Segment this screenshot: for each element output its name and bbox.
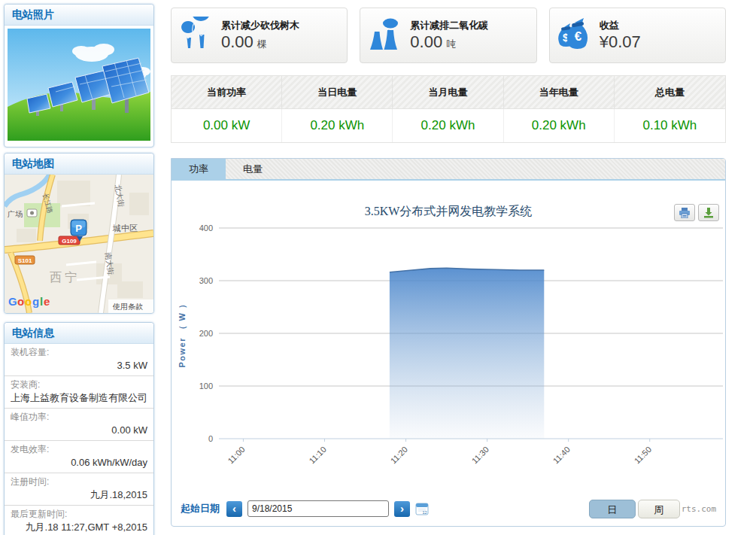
info-value: 九月.18 11:27,GMT +8,2015 — [11, 520, 147, 534]
svg-text:o: o — [25, 295, 32, 308]
download-icon — [703, 208, 714, 218]
svg-text:e: e — [44, 295, 50, 308]
stats-value-yearly-energy: 0.20 kWh — [504, 109, 615, 142]
svg-text:0: 0 — [208, 434, 213, 443]
info-label: 峰值功率: — [11, 411, 147, 423]
tab-energy[interactable]: 电量 — [226, 159, 280, 179]
info-row-installer: 安装商: 上海上益教育设备制造有限公司 — [5, 376, 153, 409]
station-map[interactable]: G109 S101 长江路 北大街 南大街 城中区 广场 西宁 P — [5, 175, 153, 313]
info-label: 注册时间: — [11, 476, 147, 488]
card-label: 累计减排二氧化碳 — [410, 19, 488, 32]
svg-text:l: l — [40, 295, 43, 308]
svg-text:11:50: 11:50 — [633, 445, 653, 465]
next-day-button[interactable]: › — [394, 501, 410, 517]
chart-tab-strip: 功率 电量 — [172, 159, 725, 181]
card-value: ¥0.07 — [600, 32, 641, 52]
info-label: 最后更新时间: — [11, 508, 147, 520]
map-label-city: 西宁 — [50, 271, 80, 284]
stats-header-total-energy: 总电量 — [615, 76, 725, 109]
svg-text:11:20: 11:20 — [389, 445, 409, 465]
stats-header-yearly-energy: 当年电量 — [504, 76, 615, 109]
info-row-capacity: 装机容量: 3.5 kW — [5, 344, 153, 376]
svg-text:g: g — [32, 295, 39, 308]
cooling-towers-icon — [360, 17, 410, 54]
camera-icon — [27, 209, 37, 217]
svg-text:200: 200 — [199, 329, 213, 338]
photo-panel-title: 电站照片 — [5, 5, 153, 26]
svg-text:3.5KW分布式并网发电教学系统: 3.5KW分布式并网发电教学系统 — [365, 204, 533, 217]
svg-text:11:10: 11:10 — [308, 445, 328, 465]
info-value: 3.5 kW — [11, 358, 147, 372]
printer-icon — [679, 208, 691, 218]
route-badge-g109: G109 — [59, 236, 80, 245]
stats-header-monthly-energy: 当月电量 — [393, 76, 503, 109]
svg-text:使用条款: 使用条款 — [112, 302, 143, 311]
prev-day-button[interactable]: ‹ — [226, 501, 242, 517]
stats-value-monthly-energy: 0.20 kWh — [393, 109, 503, 142]
summary-cards: 累计减少砍伐树木 0.00 棵 累计减排二氧化碳 0.00 吨 — [171, 8, 726, 63]
svg-text:o: o — [17, 295, 24, 308]
card-unit: 棵 — [257, 38, 267, 51]
info-label: 安装商: — [11, 378, 147, 391]
trees-icon — [172, 17, 221, 54]
station-photo — [5, 26, 153, 147]
map-label-district: 城中区 — [112, 223, 138, 233]
power-area-chart: 010020030040011:0011:1011:2011:3011:4011… — [172, 181, 725, 491]
info-row-efficiency: 发电效率: 0.06 kWh/kW/day — [5, 441, 153, 473]
card-label: 收益 — [600, 19, 645, 32]
svg-text:G109: G109 — [62, 238, 77, 245]
info-label: 装机容量: — [11, 346, 147, 358]
svg-text:€: € — [574, 29, 581, 44]
route-badge-s101: S101 — [15, 256, 35, 264]
svg-text:11:00: 11:00 — [226, 445, 246, 465]
card-trees-saved: 累计减少砍伐树木 0.00 棵 — [171, 8, 348, 63]
card-label: 累计减少砍伐树木 — [221, 19, 299, 32]
svg-text:G: G — [8, 295, 17, 308]
energy-stats-table: 当前功率 当日电量 当月电量 当年电量 总电量 0.00 kW 0.20 kWh… — [171, 75, 726, 143]
solar-panels-photo — [8, 29, 150, 141]
svg-text:400: 400 — [199, 223, 213, 233]
calendar-icon: 12 — [415, 502, 429, 515]
day-view-button[interactable]: 日 — [589, 500, 636, 518]
svg-text:100: 100 — [199, 381, 213, 391]
station-info-panel: 电站信息 装机容量: 3.5 kW 安装商: 上海上益教育设备制造有限公司 峰值… — [4, 322, 154, 535]
start-date-input[interactable] — [247, 500, 389, 517]
svg-text:11:40: 11:40 — [551, 445, 572, 465]
station-map-panel: 电站地图 — [4, 153, 154, 314]
week-view-button[interactable]: 周 — [638, 500, 680, 518]
stats-value-current-power: 0.00 kW — [172, 109, 282, 142]
map-label-square: 广场 — [8, 210, 23, 218]
svg-text:11:30: 11:30 — [470, 445, 490, 465]
stats-header-current-power: 当前功率 — [172, 76, 282, 109]
info-value: 九月.18,2015 — [11, 488, 147, 502]
chart-controls: 起始日期 ‹ › 12 日 周 rts.com — [172, 491, 725, 526]
download-chart-button[interactable] — [698, 204, 719, 221]
chart-panel: 功率 电量 010020030040011:0011:1011:2011:301… — [171, 158, 726, 527]
card-co2-reduced: 累计减排二氧化碳 0.00 吨 — [360, 8, 536, 63]
info-value: 上海上益教育设备制造有限公司 — [11, 391, 147, 405]
chart-watermark: rts.com — [682, 504, 716, 514]
svg-text:Power （ W ）: Power （ W ） — [178, 299, 187, 367]
google-logo: G o o g l e — [8, 295, 50, 308]
map-terms-link[interactable]: 使用条款 — [108, 299, 153, 313]
stats-header-daily-energy: 当日电量 — [282, 76, 393, 109]
station-photo-panel: 电站照片 — [4, 4, 154, 147]
svg-text:S101: S101 — [18, 257, 32, 264]
svg-text:12: 12 — [422, 510, 427, 515]
card-value: 0.00 — [221, 32, 254, 52]
tab-power[interactable]: 功率 — [172, 159, 226, 179]
print-chart-button[interactable] — [674, 204, 695, 221]
calendar-picker-button[interactable]: 12 — [415, 502, 429, 515]
svg-text:P: P — [75, 223, 82, 234]
map-panel-title: 电站地图 — [5, 154, 153, 175]
card-unit: 吨 — [446, 38, 456, 51]
start-date-label: 起始日期 — [181, 502, 220, 515]
card-revenue: $ € 收益 ¥0.07 — [549, 8, 726, 63]
stats-value-total-energy: 0.10 kWh — [615, 109, 725, 142]
info-value: 0.00 kW — [11, 423, 147, 437]
info-panel-title: 电站信息 — [5, 323, 153, 344]
money-bags-icon: $ € — [550, 17, 600, 54]
info-row-registered: 注册时间: 九月.18,2015 — [5, 473, 153, 506]
stats-value-daily-energy: 0.20 kWh — [282, 109, 393, 142]
info-label: 发电效率: — [11, 443, 147, 455]
